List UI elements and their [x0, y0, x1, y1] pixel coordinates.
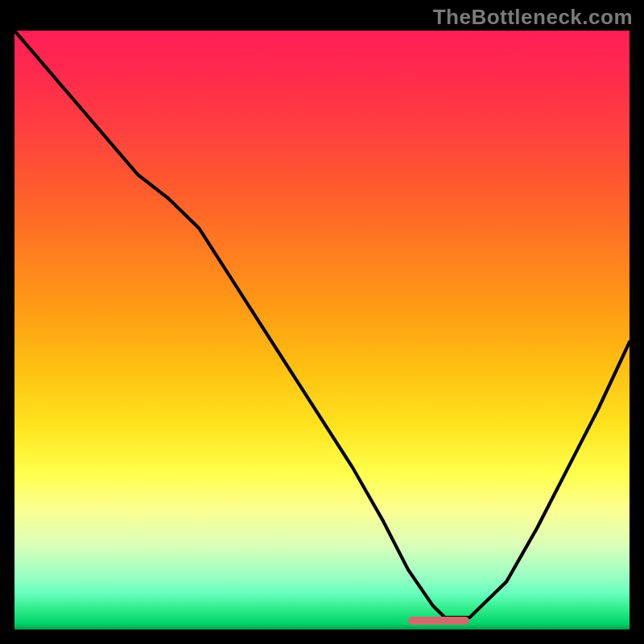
curve-path — [14, 31, 630, 617]
optimal-range-marker — [408, 617, 469, 625]
watermark-text: TheBottleneck.com — [433, 5, 633, 30]
bottleneck-curve — [14, 31, 630, 630]
chart-frame: TheBottleneck.com — [0, 0, 644, 644]
plot-area — [14, 31, 630, 630]
